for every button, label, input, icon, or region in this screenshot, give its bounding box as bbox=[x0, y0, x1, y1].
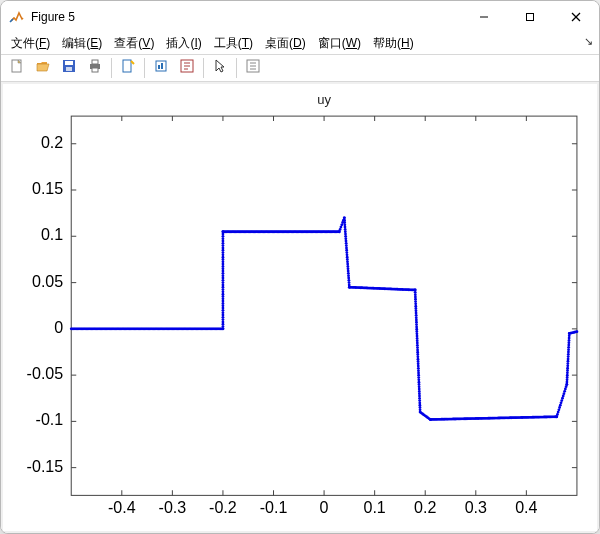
x-tick-label: 0.2 bbox=[414, 498, 436, 516]
y-tick-label: 0.15 bbox=[32, 179, 63, 197]
figure-area: uy-0.4-0.3-0.2-0.100.10.20.30.4-0.15-0.1… bbox=[1, 82, 599, 534]
y-tick-label: 0 bbox=[54, 317, 63, 335]
axes[interactable]: uy-0.4-0.3-0.2-0.100.10.20.30.4-0.15-0.1… bbox=[3, 84, 597, 532]
toolbar-save-button[interactable] bbox=[57, 57, 81, 79]
menu-h[interactable]: 帮助(H) bbox=[367, 35, 420, 52]
x-tick-label: -0.2 bbox=[209, 498, 237, 516]
figure-window: Figure 5 文件(F)编辑(E)查看(V)插入(I)工具(T)桌面(D)窗… bbox=[0, 0, 600, 534]
x-tick-label: 0.3 bbox=[465, 498, 487, 516]
menu-w[interactable]: 窗口(W) bbox=[312, 35, 367, 52]
chart-title: uy bbox=[317, 92, 331, 107]
x-tick-label: 0 bbox=[320, 498, 329, 516]
toolbar-edit-button[interactable] bbox=[241, 57, 265, 79]
print-icon bbox=[87, 58, 103, 78]
toolbar-new-button[interactable] bbox=[5, 57, 29, 79]
edit-icon bbox=[245, 58, 261, 78]
menu-i[interactable]: 插入(I) bbox=[160, 35, 207, 52]
toolbar-separator bbox=[236, 58, 237, 78]
svg-rect-7 bbox=[65, 61, 73, 65]
menu-v[interactable]: 查看(V) bbox=[108, 35, 160, 52]
x-tick-label: -0.3 bbox=[159, 498, 187, 516]
y-tick-label: -0.1 bbox=[36, 410, 64, 428]
x-tick-label: 0.4 bbox=[515, 498, 537, 516]
maximize-button[interactable] bbox=[507, 1, 553, 33]
open-icon bbox=[35, 58, 51, 78]
x-tick-label: -0.1 bbox=[260, 498, 288, 516]
plot-box bbox=[71, 116, 577, 495]
menu-e[interactable]: 编辑(E) bbox=[56, 35, 108, 52]
toolbar-print-button[interactable] bbox=[83, 57, 107, 79]
y-tick-label: 0.2 bbox=[41, 132, 63, 150]
menu-t[interactable]: 工具(T) bbox=[208, 35, 259, 52]
svg-rect-15 bbox=[161, 63, 163, 69]
datacursor-icon bbox=[179, 58, 195, 78]
y-tick-label: -0.15 bbox=[27, 456, 64, 474]
menu-d[interactable]: 桌面(D) bbox=[259, 35, 312, 52]
toolbar bbox=[1, 54, 599, 82]
svg-rect-14 bbox=[158, 65, 160, 69]
toolbar-separator bbox=[111, 58, 112, 78]
y-tick-label: 0.1 bbox=[41, 225, 63, 243]
toolbar-rotate-button[interactable] bbox=[149, 57, 173, 79]
menu-f[interactable]: 文件(F) bbox=[5, 35, 56, 52]
matlab-icon bbox=[9, 9, 25, 25]
svg-rect-10 bbox=[92, 60, 98, 64]
y-tick-label: 0.05 bbox=[32, 271, 63, 289]
toolbar-separator bbox=[203, 58, 204, 78]
rotate-icon bbox=[153, 58, 169, 78]
x-tick-label: 0.1 bbox=[363, 498, 385, 516]
toolbar-separator bbox=[144, 58, 145, 78]
menu-bar: 文件(F)编辑(E)查看(V)插入(I)工具(T)桌面(D)窗口(W)帮助(H)… bbox=[1, 33, 599, 54]
svg-rect-11 bbox=[92, 68, 98, 72]
svg-point-614 bbox=[576, 330, 579, 333]
svg-rect-2 bbox=[527, 14, 534, 21]
new-icon bbox=[9, 58, 25, 78]
close-button[interactable] bbox=[553, 1, 599, 33]
link-icon bbox=[120, 58, 136, 78]
svg-rect-8 bbox=[66, 67, 72, 71]
svg-rect-12 bbox=[123, 60, 131, 72]
toolbar-pointer-button[interactable] bbox=[208, 57, 232, 79]
toolbar-datacursor-button[interactable] bbox=[175, 57, 199, 79]
x-tick-label: -0.4 bbox=[108, 498, 136, 516]
toolbar-link-button[interactable] bbox=[116, 57, 140, 79]
toolbar-open-button[interactable] bbox=[31, 57, 55, 79]
title-bar[interactable]: Figure 5 bbox=[1, 1, 599, 33]
minimize-button[interactable] bbox=[461, 1, 507, 33]
pointer-icon bbox=[212, 58, 228, 78]
save-icon bbox=[61, 58, 77, 78]
window-title: Figure 5 bbox=[31, 10, 75, 24]
y-tick-label: -0.05 bbox=[27, 364, 64, 382]
dock-arrow-icon[interactable]: ↘ bbox=[584, 35, 593, 48]
